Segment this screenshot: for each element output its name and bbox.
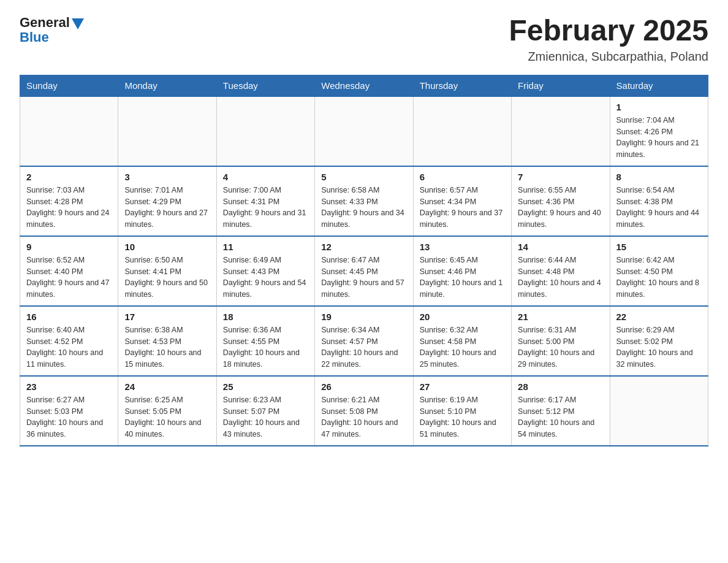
day-number: 6 — [420, 172, 505, 182]
calendar-cell — [20, 96, 118, 166]
day-number: 14 — [518, 242, 603, 252]
location-subtitle: Zmiennica, Subcarpathia, Poland — [509, 50, 708, 64]
day-number: 10 — [124, 242, 210, 252]
day-number: 20 — [420, 312, 505, 322]
calendar-cell: 8Sunrise: 6:54 AMSunset: 4:38 PMDaylight… — [610, 166, 708, 236]
calendar-cell: 7Sunrise: 6:55 AMSunset: 4:36 PMDaylight… — [512, 166, 610, 236]
day-info: Sunrise: 6:32 AMSunset: 4:58 PMDaylight:… — [420, 324, 505, 370]
calendar-cell: 24Sunrise: 6:25 AMSunset: 5:05 PMDayligh… — [118, 376, 216, 446]
day-number: 24 — [124, 381, 210, 392]
day-info: Sunrise: 6:44 AMSunset: 4:48 PMDaylight:… — [518, 255, 603, 301]
day-number: 11 — [223, 242, 308, 252]
calendar-cell: 4Sunrise: 7:00 AMSunset: 4:31 PMDaylight… — [216, 166, 314, 236]
day-info: Sunrise: 7:04 AMSunset: 4:26 PMDaylight:… — [616, 115, 702, 161]
logo-blue-text: Blue — [20, 29, 49, 45]
logo-triangle-icon — [72, 18, 84, 29]
day-number: 5 — [321, 172, 406, 182]
day-number: 27 — [420, 381, 505, 392]
calendar-cell: 6Sunrise: 6:57 AMSunset: 4:34 PMDaylight… — [413, 166, 511, 236]
day-of-week-thursday: Thursday — [413, 75, 511, 96]
day-number: 25 — [223, 381, 308, 392]
day-number: 17 — [124, 312, 210, 322]
calendar-week-row: 2Sunrise: 7:03 AMSunset: 4:28 PMDaylight… — [20, 166, 708, 236]
logo: General Blue — [20, 15, 84, 45]
day-number: 12 — [321, 242, 406, 252]
day-info: Sunrise: 6:42 AMSunset: 4:50 PMDaylight:… — [616, 255, 702, 301]
calendar-cell: 13Sunrise: 6:45 AMSunset: 4:46 PMDayligh… — [413, 236, 511, 306]
day-info: Sunrise: 7:01 AMSunset: 4:29 PMDaylight:… — [124, 185, 210, 231]
calendar-cell — [512, 96, 610, 166]
day-number: 21 — [518, 312, 603, 322]
day-info: Sunrise: 7:03 AMSunset: 4:28 PMDaylight:… — [26, 185, 112, 231]
calendar-week-row: 23Sunrise: 6:27 AMSunset: 5:03 PMDayligh… — [20, 376, 708, 446]
day-number: 7 — [518, 172, 603, 182]
calendar-cell — [216, 96, 314, 166]
day-info: Sunrise: 6:36 AMSunset: 4:55 PMDaylight:… — [223, 324, 308, 370]
day-info: Sunrise: 6:27 AMSunset: 5:03 PMDaylight:… — [26, 394, 112, 440]
calendar-cell: 14Sunrise: 6:44 AMSunset: 4:48 PMDayligh… — [512, 236, 610, 306]
calendar-cell: 5Sunrise: 6:58 AMSunset: 4:33 PMDaylight… — [315, 166, 413, 236]
day-number: 1 — [616, 102, 702, 112]
calendar-cell: 20Sunrise: 6:32 AMSunset: 4:58 PMDayligh… — [413, 306, 511, 376]
calendar-cell: 10Sunrise: 6:50 AMSunset: 4:41 PMDayligh… — [118, 236, 216, 306]
day-info: Sunrise: 6:57 AMSunset: 4:34 PMDaylight:… — [420, 185, 505, 231]
day-number: 16 — [26, 312, 112, 322]
day-info: Sunrise: 6:50 AMSunset: 4:41 PMDaylight:… — [124, 255, 210, 301]
day-number: 8 — [616, 172, 702, 182]
day-number: 3 — [124, 172, 210, 182]
day-info: Sunrise: 6:52 AMSunset: 4:40 PMDaylight:… — [26, 255, 112, 301]
calendar-cell: 11Sunrise: 6:49 AMSunset: 4:43 PMDayligh… — [216, 236, 314, 306]
calendar-cell: 26Sunrise: 6:21 AMSunset: 5:08 PMDayligh… — [315, 376, 413, 446]
day-info: Sunrise: 6:23 AMSunset: 5:07 PMDaylight:… — [223, 394, 308, 440]
calendar-header-row: SundayMondayTuesdayWednesdayThursdayFrid… — [20, 75, 708, 96]
calendar-cell: 25Sunrise: 6:23 AMSunset: 5:07 PMDayligh… — [216, 376, 314, 446]
day-number: 26 — [321, 381, 406, 392]
calendar-cell: 23Sunrise: 6:27 AMSunset: 5:03 PMDayligh… — [20, 376, 118, 446]
day-info: Sunrise: 6:21 AMSunset: 5:08 PMDaylight:… — [321, 394, 406, 440]
day-info: Sunrise: 6:38 AMSunset: 4:53 PMDaylight:… — [124, 324, 210, 370]
calendar-cell: 21Sunrise: 6:31 AMSunset: 5:00 PMDayligh… — [512, 306, 610, 376]
day-number: 9 — [26, 242, 112, 252]
day-info: Sunrise: 6:55 AMSunset: 4:36 PMDaylight:… — [518, 185, 603, 231]
calendar-table: SundayMondayTuesdayWednesdayThursdayFrid… — [20, 75, 708, 446]
calendar-cell: 27Sunrise: 6:19 AMSunset: 5:10 PMDayligh… — [413, 376, 511, 446]
page-header: General Blue February 2025 Zmiennica, Su… — [20, 15, 708, 64]
day-info: Sunrise: 6:40 AMSunset: 4:52 PMDaylight:… — [26, 324, 112, 370]
calendar-cell: 9Sunrise: 6:52 AMSunset: 4:40 PMDaylight… — [20, 236, 118, 306]
day-of-week-sunday: Sunday — [20, 75, 118, 96]
calendar-cell: 22Sunrise: 6:29 AMSunset: 5:02 PMDayligh… — [610, 306, 708, 376]
calendar-week-row: 1Sunrise: 7:04 AMSunset: 4:26 PMDaylight… — [20, 96, 708, 166]
day-number: 19 — [321, 312, 406, 322]
title-block: February 2025 Zmiennica, Subcarpathia, P… — [509, 15, 708, 64]
calendar-cell: 17Sunrise: 6:38 AMSunset: 4:53 PMDayligh… — [118, 306, 216, 376]
calendar-week-row: 16Sunrise: 6:40 AMSunset: 4:52 PMDayligh… — [20, 306, 708, 376]
calendar-week-row: 9Sunrise: 6:52 AMSunset: 4:40 PMDaylight… — [20, 236, 708, 306]
calendar-cell: 12Sunrise: 6:47 AMSunset: 4:45 PMDayligh… — [315, 236, 413, 306]
day-info: Sunrise: 6:49 AMSunset: 4:43 PMDaylight:… — [223, 255, 308, 301]
day-info: Sunrise: 6:47 AMSunset: 4:45 PMDaylight:… — [321, 255, 406, 301]
day-number: 18 — [223, 312, 308, 322]
calendar-cell: 3Sunrise: 7:01 AMSunset: 4:29 PMDaylight… — [118, 166, 216, 236]
day-info: Sunrise: 6:25 AMSunset: 5:05 PMDaylight:… — [124, 394, 210, 440]
calendar-cell: 28Sunrise: 6:17 AMSunset: 5:12 PMDayligh… — [512, 376, 610, 446]
calendar-cell — [118, 96, 216, 166]
logo-general-text: General — [20, 15, 70, 31]
calendar-cell — [413, 96, 511, 166]
day-number: 13 — [420, 242, 505, 252]
day-number: 4 — [223, 172, 308, 182]
day-info: Sunrise: 7:00 AMSunset: 4:31 PMDaylight:… — [223, 185, 308, 231]
day-info: Sunrise: 6:31 AMSunset: 5:00 PMDaylight:… — [518, 324, 603, 370]
calendar-cell — [315, 96, 413, 166]
day-number: 23 — [26, 381, 112, 392]
calendar-cell: 2Sunrise: 7:03 AMSunset: 4:28 PMDaylight… — [20, 166, 118, 236]
day-info: Sunrise: 6:17 AMSunset: 5:12 PMDaylight:… — [518, 394, 603, 440]
day-info: Sunrise: 6:34 AMSunset: 4:57 PMDaylight:… — [321, 324, 406, 370]
day-info: Sunrise: 6:54 AMSunset: 4:38 PMDaylight:… — [616, 185, 702, 231]
day-number: 2 — [26, 172, 112, 182]
day-info: Sunrise: 6:19 AMSunset: 5:10 PMDaylight:… — [420, 394, 505, 440]
day-info: Sunrise: 6:29 AMSunset: 5:02 PMDaylight:… — [616, 324, 702, 370]
day-number: 15 — [616, 242, 702, 252]
day-number: 28 — [518, 381, 603, 392]
calendar-cell: 15Sunrise: 6:42 AMSunset: 4:50 PMDayligh… — [610, 236, 708, 306]
day-of-week-tuesday: Tuesday — [216, 75, 314, 96]
